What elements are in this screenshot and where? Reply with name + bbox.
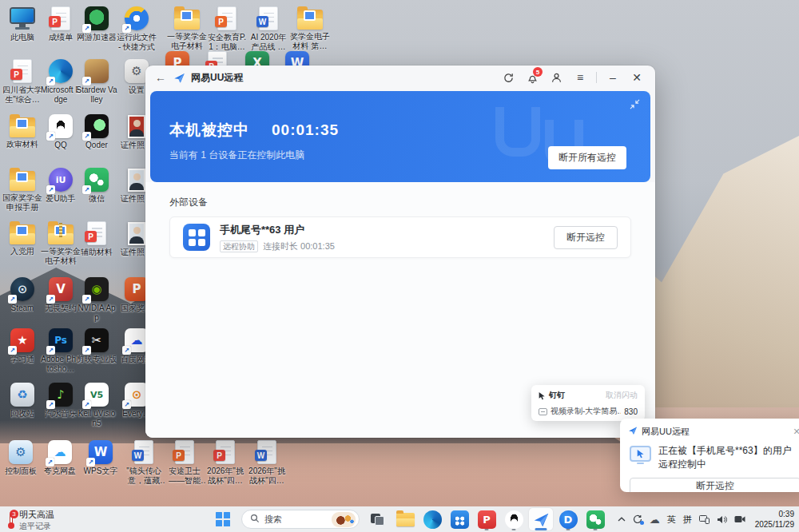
close-button[interactable]: ✕: [626, 69, 647, 86]
volume-icon[interactable]: [717, 515, 727, 524]
taskbar-start-button[interactable]: [211, 508, 235, 530]
shortcut-arrow-icon: ↗: [46, 400, 55, 409]
account-button[interactable]: [546, 69, 566, 86]
weather-widget[interactable]: 3 明天高温 追平记录: [6, 509, 54, 532]
remote-status-banner: 本机被控中 00:01:35 当前有 1 台设备正在控制此电脑 断开所有远控: [150, 91, 650, 182]
shortcut-arrow-icon: ↗: [46, 458, 54, 466]
desktop-icon-rudang-folder[interactable]: 入党用: [2, 221, 43, 256]
desktop-icon-quark-netdisk[interactable]: ☁↗夸克网盘: [39, 440, 81, 476]
taskbar-wps-pdf-button[interactable]: P: [475, 508, 499, 530]
windows-start-icon: [216, 512, 230, 526]
challenge-cup-word-icon: W: [257, 440, 276, 464]
display-cast-icon[interactable]: [699, 515, 710, 524]
desktop-icon-fuzhu-pdf[interactable]: P辅助材料: [76, 221, 117, 257]
remote-control-icon: [630, 446, 651, 462]
cancel-flash-button[interactable]: 取消闪动: [606, 390, 638, 401]
desktop-icon-qoder[interactable]: ↗Qoder: [76, 114, 117, 150]
running-indicator: [566, 529, 570, 531]
toast-close-icon[interactable]: ✕: [791, 427, 799, 437]
taskbar-edge-button[interactable]: [420, 508, 444, 530]
desktop-icon-nvidia-app[interactable]: ◉↗NVIDIA App: [76, 277, 117, 323]
taskbar-uu-remote-button[interactable]: [529, 508, 553, 530]
desktop-icon-wechat[interactable]: ↗微信: [76, 168, 117, 204]
taskbar: 3 明天高温 追平记录 搜索PD ☁ 英 拼: [0, 506, 799, 532]
desktop-icon-scholarship-folder[interactable]: 一等奖学金电子材料: [166, 6, 208, 51]
desktop-icon-sichuan-eval-pdf[interactable]: P四川省大学生"综合素质A…: [2, 59, 43, 105]
desktop-icon-label: NVIDIA App: [76, 304, 117, 323]
taskbar-task-view-button[interactable]: [366, 508, 390, 530]
tray-expand-icon[interactable]: [618, 517, 626, 522]
wps-pdf-icon: P: [478, 510, 496, 529]
desktop-icon-ai-product-doc[interactable]: WAI 2020年产品线 电子材料…: [248, 6, 289, 52]
desktop-icon-capcut-pro[interactable]: ✂↗剪映专业版: [76, 328, 117, 364]
desktop-icon-xuexitong[interactable]: ★↗学习通: [2, 328, 43, 364]
onedrive-icon[interactable]: ☁: [650, 514, 660, 526]
taskbar-dingtalk-button[interactable]: D: [556, 508, 580, 530]
desktop-icon-label: 运行此文件 - 快捷方式: [116, 33, 157, 52]
desktop-icon-safety-ppt[interactable]: P安全教育P.1：电脑安全篇…: [206, 6, 248, 52]
minimize-button[interactable]: –: [602, 69, 623, 86]
desktop-icon-label: 回收站: [10, 409, 34, 419]
menu-button[interactable]: ≡: [570, 69, 590, 86]
taskbar-file-explorer-button[interactable]: [393, 508, 417, 530]
ime-mode-indicator[interactable]: 拼: [683, 514, 692, 526]
desktop-icon-scholarship-batch-folder[interactable]: 奖学金电子材料 第四批…: [289, 6, 331, 51]
collapse-icon[interactable]: [630, 98, 640, 113]
desktop-icon-label: Qoder: [85, 141, 108, 150]
camera-icon[interactable]: [734, 515, 745, 523]
shortcut-arrow-icon: ↗: [82, 295, 91, 304]
dingtalk-flash-popup[interactable]: 钉钉 取消闪动 视频录制-大学简易… 830: [531, 385, 645, 421]
search-placeholder: 搜索: [264, 514, 282, 526]
desktop-icon-steam[interactable]: ⊙↗Steam: [2, 277, 43, 313]
taskbar-search[interactable]: 搜索: [241, 510, 360, 529]
desktop-icon-label: "镜头传心意，蕴藏有…: [123, 466, 165, 486]
desktop-icon-zhengshen-folder[interactable]: 政审材料: [2, 114, 43, 149]
nvidia-app-icon: ◉↗: [85, 277, 109, 301]
uu-remote-icon: [533, 511, 550, 528]
desktop-icon-antu-ppt-doc[interactable]: P安途卫士——智能防"…: [164, 440, 205, 486]
desktop-icon-wps-word[interactable]: W↗WPS文字: [80, 440, 121, 476]
iu-assistant-icon: iU↗: [49, 168, 73, 192]
back-button[interactable]: ←: [153, 71, 168, 84]
toast-disconnect-button[interactable]: 断开远控: [630, 478, 799, 492]
control-panel-icon: ⚙: [9, 440, 33, 464]
remote-assist-tag: 远程协助: [220, 240, 258, 252]
recycle-bin-icon: ♻: [10, 383, 34, 407]
banner-title: 本机被控中: [169, 120, 249, 141]
refresh-button[interactable]: [498, 69, 519, 86]
ime-language-indicator[interactable]: 英: [667, 514, 676, 526]
desktop-icon-recycle-bin[interactable]: ♻回收站: [2, 383, 43, 419]
national-scholarship-folder-icon: [10, 171, 35, 191]
weather-headline: 明天高温: [19, 509, 54, 521]
disconnect-device-button[interactable]: 断开远控: [554, 226, 618, 249]
shortcut-arrow-icon: ↗: [82, 346, 91, 355]
chat-icon: [539, 408, 547, 415]
desktop-icon-run-file-shortcut[interactable]: ↗运行此文件 - 快捷方式: [116, 6, 157, 52]
clock[interactable]: 0:39 2025/11/29: [755, 509, 794, 530]
disconnect-all-button[interactable]: 断开所有远控: [548, 146, 626, 169]
taskbar-qq-button[interactable]: [502, 508, 526, 530]
taskbar-microsoft-store-button[interactable]: [447, 508, 471, 530]
uu-tray-icon[interactable]: [633, 514, 642, 524]
desktop-icon-stardew-valley[interactable]: ↗Stardew Valley: [76, 59, 117, 105]
desktop-icon-lens-word-doc[interactable]: W"镜头传心意，蕴藏有…: [123, 440, 165, 486]
notification-badge: 5: [533, 67, 543, 77]
titlebar-divider: [596, 72, 597, 83]
desktop-icon-national-scholarship-folder[interactable]: 国家奖学金申报手册: [2, 168, 43, 212]
clock-time: 0:39: [755, 509, 794, 519]
desktop-icon-this-pc[interactable]: 此电脑: [2, 6, 43, 42]
desktop-icon-label: WPS文字: [84, 466, 118, 476]
clock-date: 2025/11/29: [755, 519, 794, 530]
desktop-icon-challenge-cup-pdf[interactable]: P2026年"挑战杯"四川省…: [205, 440, 246, 486]
desktop-icon-label: 一等奖学金电子材料: [166, 32, 208, 51]
desktop-icon-control-panel[interactable]: ⚙控制面板: [0, 440, 42, 476]
notifications-button[interactable]: 5: [522, 69, 543, 86]
taskbar-wechat-button[interactable]: [583, 508, 607, 530]
desktop-icon-challenge-cup-word[interactable]: W2026年"挑战杯"四川省…: [246, 440, 288, 486]
desktop-icon-label: 四川省大学生"综合素质A…: [2, 85, 43, 105]
desktop-icon-label: 剪映专业版: [77, 355, 117, 364]
desktop-icon-keil-uvision5[interactable]: V5↗Keil uVision5: [76, 383, 117, 428]
desktop-icon-game-accelerator[interactable]: ↗网游加速器: [76, 6, 117, 42]
shortcut-arrow-icon: ↗: [122, 346, 131, 355]
id-photo-red-icon: [128, 115, 145, 138]
